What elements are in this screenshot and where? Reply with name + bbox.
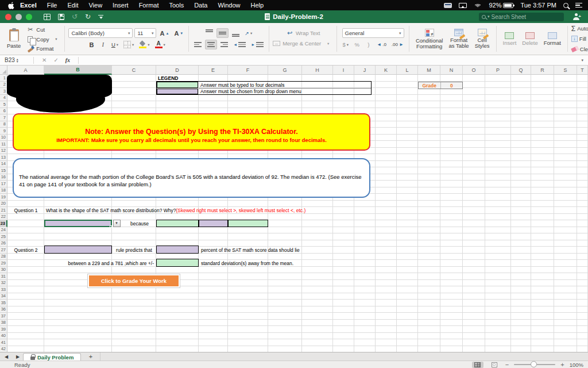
increase-decimal-button[interactable]: ◄.0 <box>375 40 388 49</box>
keyboard-icon[interactable] <box>444 3 452 8</box>
answer-q1-cell-3[interactable] <box>228 220 268 228</box>
minimize-window-button[interactable] <box>16 14 22 20</box>
row-header-11[interactable]: 11 <box>0 141 7 148</box>
comma-button[interactable]: ) <box>363 40 373 49</box>
row-header-29[interactable]: 29 <box>0 260 7 267</box>
answer-q1-shape-cell[interactable] <box>44 220 112 228</box>
sheet-tab-daily-problem[interactable]: Daily Problem <box>23 353 81 361</box>
column-header-N[interactable]: N <box>440 66 463 75</box>
answer-q1-cell-2[interactable] <box>199 220 228 228</box>
currency-button[interactable]: $▾ <box>341 40 350 49</box>
column-header-S[interactable]: S <box>554 66 577 75</box>
row-header-6[interactable]: 6 <box>0 108 7 115</box>
row-header-8[interactable]: 8 <box>0 121 7 128</box>
row-header-31[interactable]: 31 <box>0 273 7 280</box>
font-size-select[interactable]: 11▾ <box>134 28 156 38</box>
search-sheet-field[interactable]: ▾ Search Sheet <box>479 13 564 21</box>
borders-button[interactable]: ▾ <box>122 40 136 49</box>
row-header-12[interactable]: 12 <box>0 148 7 155</box>
column-header-C[interactable]: C <box>112 66 156 75</box>
copy-dropdown-icon[interactable]: ▾ <box>51 34 61 44</box>
fill-color-button[interactable]: ▾ <box>137 40 151 49</box>
menu-format[interactable]: Format <box>134 2 164 9</box>
align-right-button[interactable] <box>219 40 230 49</box>
row-header-40[interactable]: 40 <box>0 333 7 340</box>
insert-function-icon[interactable]: fx <box>65 57 70 63</box>
row-header-17[interactable]: 17 <box>0 181 7 187</box>
row-header-4[interactable]: 4 <box>0 95 7 102</box>
spotlight-search-icon[interactable] <box>563 3 568 8</box>
row-header-38[interactable]: 38 <box>0 320 7 327</box>
row-header-10[interactable]: 10 <box>0 135 7 141</box>
row-header-35[interactable]: 35 <box>0 300 7 306</box>
zoom-out-button[interactable]: − <box>505 361 509 368</box>
format-cells-button[interactable]: Format <box>541 32 564 46</box>
align-top-button[interactable] <box>204 28 215 38</box>
font-name-select[interactable]: Calibri (Body)▾ <box>68 28 133 38</box>
row-header-36[interactable]: 36 <box>0 306 7 313</box>
row-header-5[interactable]: 5 <box>0 101 7 108</box>
column-header-G[interactable]: G <box>268 66 302 75</box>
menu-clock[interactable]: Tue 3:57 PM <box>520 2 556 9</box>
row-header-19[interactable]: 19 <box>0 194 7 201</box>
airplay-display-icon[interactable] <box>459 3 467 8</box>
column-header-I[interactable]: I <box>333 66 354 75</box>
name-box[interactable]: B23 ▲▼ <box>0 55 29 66</box>
column-header-K[interactable]: K <box>376 66 397 75</box>
column-header-F[interactable]: F <box>228 66 268 75</box>
notification-center-icon[interactable] <box>575 3 582 8</box>
decrease-indent-button[interactable]: ◄ <box>231 40 247 49</box>
menu-insert[interactable]: Insert <box>107 2 134 9</box>
column-header-Q[interactable]: Q <box>511 66 531 75</box>
autosum-button[interactable]: ΣAutoSum▾ <box>571 24 588 33</box>
row-header-27[interactable]: 27 <box>0 247 7 254</box>
row-header-9[interactable]: 9 <box>0 128 7 135</box>
wifi-icon[interactable] <box>474 2 482 8</box>
row-header-18[interactable]: 18 <box>0 187 7 194</box>
row-header-25[interactable]: 25 <box>0 233 7 240</box>
column-header-E[interactable]: E <box>199 66 228 75</box>
column-header-R[interactable]: R <box>531 66 554 75</box>
clear-button[interactable]: Clear▾ <box>571 44 588 54</box>
cell-styles-button[interactable]: CellStyles <box>472 29 493 49</box>
toolbar-options-icon[interactable] <box>98 15 103 19</box>
row-header-28[interactable]: 28 <box>0 254 7 260</box>
answer-q2-rule-cell[interactable] <box>44 246 112 254</box>
align-middle-button[interactable] <box>216 28 229 38</box>
battery-status[interactable]: 92% <box>489 2 513 9</box>
enter-check-icon[interactable]: ✓ <box>53 57 58 63</box>
italic-button[interactable]: I <box>98 40 108 49</box>
row-header-7[interactable]: 7 <box>0 114 7 121</box>
click-to-grade-button[interactable]: Click to Grade Your Work <box>89 275 179 286</box>
column-header-M[interactable]: M <box>418 66 440 75</box>
merge-center-button[interactable]: ↔Merge & Center▾ <box>273 39 333 48</box>
row-header-39[interactable]: 39 <box>0 326 7 333</box>
menu-data[interactable]: Data <box>189 2 212 9</box>
row-header-23[interactable]: 23 <box>0 220 7 227</box>
shrink-font-button[interactable]: A▼ <box>172 28 185 38</box>
column-header-A[interactable]: A <box>7 66 44 75</box>
row-header-30[interactable]: 30 <box>0 267 7 274</box>
column-header-P[interactable]: P <box>485 66 511 75</box>
menu-edit[interactable]: Edit <box>62 2 83 9</box>
decrease-decimal-button[interactable]: .00► <box>390 40 405 49</box>
menu-help[interactable]: Help <box>246 2 269 9</box>
copy-button[interactable]: Copy▾ <box>26 34 61 44</box>
cut-button[interactable]: ✂Cut <box>26 26 61 33</box>
close-window-button[interactable] <box>5 14 11 20</box>
wrap-text-button[interactable]: ↩Wrap Text <box>286 29 320 37</box>
quick-access-grid-icon[interactable] <box>44 14 51 20</box>
column-header-T[interactable]: T <box>577 66 588 75</box>
row-header-32[interactable]: 32 <box>0 280 7 287</box>
zoom-level[interactable]: 100% <box>570 362 583 368</box>
apple-logo-icon[interactable] <box>8 2 15 9</box>
column-header-L[interactable]: L <box>397 66 418 75</box>
menu-excel[interactable]: Excel <box>15 2 42 9</box>
row-header-37[interactable]: 37 <box>0 313 7 320</box>
redo-icon[interactable]: ↻ <box>85 13 91 21</box>
row-header-33[interactable]: 33 <box>0 286 7 293</box>
formula-bar-collapse-icon[interactable]: ▾ <box>581 58 583 63</box>
row-header-22[interactable]: 22 <box>0 214 7 221</box>
cancel-icon[interactable]: ✕ <box>42 57 47 63</box>
answer-q2-percent-cell[interactable] <box>156 246 199 254</box>
